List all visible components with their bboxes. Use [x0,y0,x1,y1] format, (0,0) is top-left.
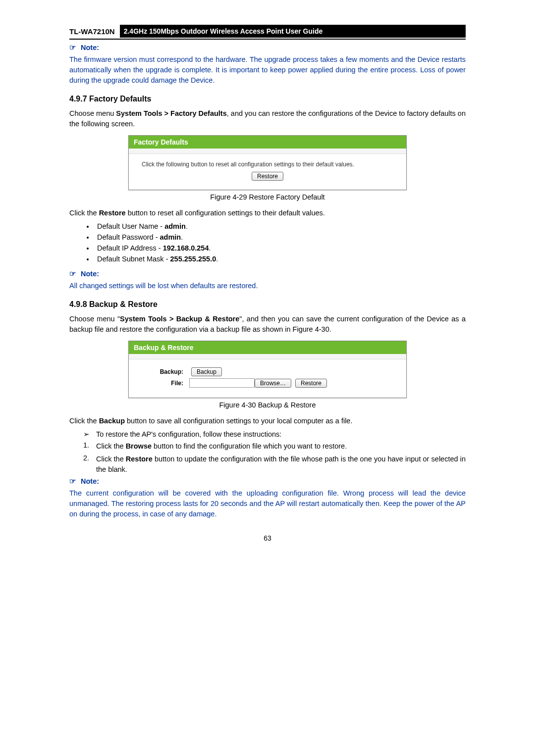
list-item: Default Subnet Mask - 255.255.255.0. [94,255,466,263]
text: . [209,244,211,252]
browse-button[interactable]: Browse… [255,379,291,388]
panel-instruction: Click the following button to reset all … [139,161,396,168]
file-row: File: Browse… Restore [139,378,396,388]
note-label-1: ☞ Note: [69,44,466,51]
note-label-3: ☞ Note: [69,477,466,485]
panel-header: Factory Defaults [129,136,406,149]
arrow-list: ➢ To restore the AP's configuration, fol… [69,430,466,438]
text: . [216,255,218,263]
factory-defaults-intro: Choose menu System Tools > Factory Defau… [69,108,466,129]
text: Click the [96,442,126,450]
figure-caption-4-30: Figure 4-30 Backup & Restore [69,401,466,409]
hand-icon: ☞ [69,270,76,278]
value: 255.255.255.0 [170,255,216,263]
backup-restore-intro: Choose menu "System Tools > Backup & Res… [69,314,466,335]
restore-button[interactable]: Restore [252,172,283,181]
text: Default Password - [97,233,160,241]
number-marker: 1. [83,441,96,451]
menu-path: System Tools > Factory Defaults [116,109,226,117]
text: Choose menu [69,109,116,117]
num-item-1: 1. Click the Browse button to find the c… [83,441,466,451]
list-item: Default IP Address - 192.168.0.254. [94,244,466,252]
figure-caption-4-29: Figure 4-29 Restore Factory Default [69,193,466,201]
text: button to find the configuration file wh… [152,442,347,450]
text: Click the [69,417,99,425]
text: Default IP Address - [97,244,163,252]
section-title-factory-defaults: 4.9.7 Factory Defaults [69,95,466,103]
defaults-list: Default User Name - admin. Default Passw… [94,222,466,263]
note-label-2: ☞ Note: [69,270,466,278]
note-label-text: Note: [81,477,99,485]
panel-header: Backup & Restore [129,341,406,354]
restore-bold: Restore [126,455,153,463]
panel-body: Backup: Backup File: Browse… Restore [129,359,406,398]
section-title-backup-restore: 4.9.8 Backup & Restore [69,300,466,309]
text: Click the [69,209,99,217]
text: . [186,222,188,230]
backup-restore-panel: Backup & Restore Backup: Backup File: Br… [128,341,407,398]
number-marker: 2. [83,454,96,474]
text: Click the [96,455,126,463]
text: Default Subnet Mask - [97,255,170,263]
panel-divider [129,354,406,359]
file-label: File: [139,380,189,387]
text: button to save all configuration setting… [125,417,352,425]
note-text-2: All changed settings will be lost when d… [69,281,466,291]
backup-click-text: Click the Backup button to save all conf… [69,416,466,426]
list-item: Default User Name - admin. [94,222,466,230]
backup-row: Backup: Backup [139,367,396,376]
note-label-text: Note: [81,270,99,278]
restore-click-text: Click the Restore button to reset all co… [69,208,466,218]
backup-label: Backup: [139,368,189,375]
text: Choose menu " [69,315,120,323]
num-item-2: 2. Click the Restore button to update th… [83,454,466,474]
panel-body: Click the following button to reset all … [129,154,406,190]
panel-divider [129,149,406,154]
header-bar: TL-WA7210N 2.4GHz 150Mbps Outdoor Wirele… [69,25,466,40]
value: 192.168.0.254 [163,244,209,252]
page-number: 63 [69,534,466,542]
arrow-icon: ➢ [83,430,96,438]
header-guide-title: 2.4GHz 150Mbps Outdoor Wireless Access P… [120,25,466,38]
hand-icon: ☞ [69,44,76,51]
menu-path: System Tools > Backup & Restore [120,315,239,323]
note-text-1: The firmware version must correspond to … [69,54,466,86]
arrow-item: ➢ To restore the AP's configuration, fol… [83,430,466,438]
arrow-item-text: To restore the AP's configuration, follo… [96,430,281,438]
text: Default User Name - [97,222,164,230]
document-page: TL-WA7210N 2.4GHz 150Mbps Outdoor Wirele… [69,0,466,557]
text: button to reset all configuration settin… [126,209,325,217]
restore-bold: Restore [99,209,126,217]
list-item: Default Password - admin. [94,233,466,241]
value: admin [160,233,181,241]
header-model: TL-WA7210N [69,25,120,38]
num-content: Click the Browse button to find the conf… [96,441,466,451]
backup-bold: Backup [99,417,125,425]
restore-button-2[interactable]: Restore [295,379,327,388]
num-content: Click the Restore button to update the c… [96,454,466,474]
backup-button[interactable]: Backup [191,367,222,376]
text: . [181,233,183,241]
note-text-3: The current configuration will be covere… [69,488,466,519]
browse-bold: Browse [126,442,152,450]
hand-icon: ☞ [69,477,76,485]
numbered-list: 1. Click the Browse button to find the c… [69,441,466,474]
note-label-text: Note: [81,44,99,51]
factory-defaults-panel: Factory Defaults Click the following but… [128,135,407,190]
value: admin [164,222,186,230]
file-path-input[interactable] [189,378,255,388]
